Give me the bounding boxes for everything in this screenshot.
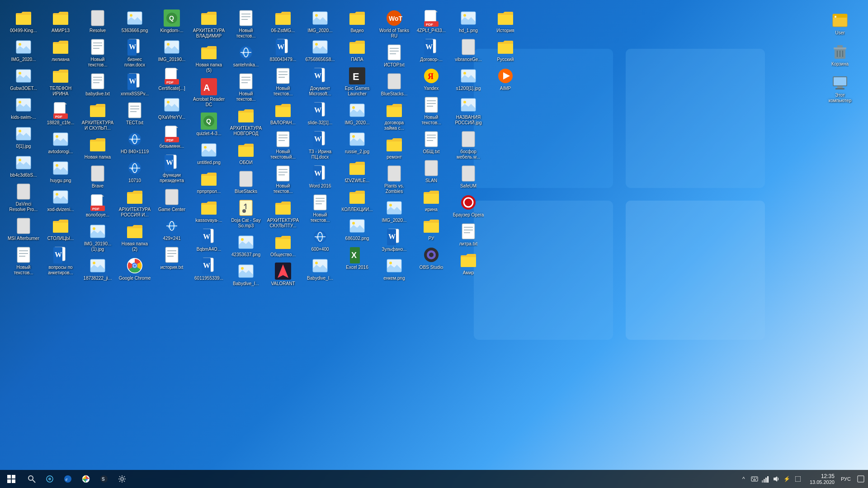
desktop-icon-amir[interactable]: Амир <box>450 249 486 277</box>
desktop-icon-istoriya[interactable]: История <box>487 7 524 35</box>
desktop-icon-aimp[interactable]: AIMP <box>487 65 524 93</box>
desktop-icon-830043479[interactable]: W830043479... <box>265 36 301 64</box>
desktop-icon-06-zstmg[interactable]: 06-ZstMG... <box>265 7 301 35</box>
desktop-icon-novyy-txt9[interactable]: Новый текстов... <box>413 94 449 127</box>
taskbar-notification[interactable] <box>854 470 868 488</box>
taskbar-cortana[interactable] <box>41 470 59 488</box>
tray-battery[interactable]: ⚡ <box>783 474 792 483</box>
desktop-icon-novyy-txt5[interactable]: Новый текстов... <box>265 65 301 99</box>
desktop-icon-bqbma4o[interactable]: WBqbmA4O... <box>191 226 227 254</box>
desktop-icon-67568656[interactable]: 67568656S8... <box>302 36 338 64</box>
desktop-icon-brave[interactable]: Brave <box>80 163 116 191</box>
desktop-icon-hd840[interactable]: eHD 840×1119 <box>117 128 153 156</box>
desktop-icon-prpr[interactable]: прпрпрол... <box>191 168 227 196</box>
desktop-icon-qxavheyv[interactable]: QXaVHeYV... <box>154 94 190 122</box>
desktop-icon-arhit-russia[interactable]: АРХИТЕКТУРА РОССИЯ И... <box>117 186 153 220</box>
desktop-icon-santehnika[interactable]: esantehnika... <box>228 42 264 70</box>
desktop-icon-remont[interactable]: ремонт <box>376 134 412 162</box>
desktop-icon-bezymyann[interactable]: PDFбезымянн... <box>154 123 190 151</box>
desktop-icon-russkiy[interactable]: Русский <box>487 36 524 64</box>
taskbar-settings[interactable] <box>113 470 131 488</box>
desktop-icon-10710[interactable]: e10710 <box>117 157 153 185</box>
desktop-icon-acrobat-dc[interactable]: AAcrobat Reader DC <box>191 76 227 109</box>
desktop-icon-avtodorog[interactable]: avtodorogi... <box>42 128 79 156</box>
taskbar-ie[interactable]: e <box>59 470 77 488</box>
tray-show-desktop[interactable] <box>793 474 802 483</box>
desktop-icon-hd1-png[interactable]: hd_1.png <box>450 7 486 35</box>
icon-recycle-bin[interactable]: Корзина <box>822 41 858 69</box>
taskbar-clock[interactable]: 12:35 13.05.2020 <box>806 473 838 485</box>
desktop-icon-vibrancege[interactable]: vibranceGe... <box>450 36 486 64</box>
desktop-icon-plants-zombies[interactable]: Plants vs. Zombies <box>376 163 412 196</box>
tray-volume[interactable] <box>772 474 781 483</box>
desktop-icon-s1200_1[interactable]: s1200[1].jpg <box>450 65 486 93</box>
desktop-icon-img2020_3[interactable]: IMG_2020... <box>339 99 375 127</box>
start-button[interactable] <box>0 470 23 488</box>
desktop-icon-voloboy[interactable]: PDFволобоye... <box>80 192 116 220</box>
desktop-icon-fzvzwrle[interactable]: fZVZWfLE... <box>339 157 375 185</box>
desktop-icon-bluestacks2[interactable]: BlueStacks... <box>376 70 412 99</box>
desktop-icon-babydive-img2[interactable]: Babydive_I... <box>302 255 338 283</box>
desktop-icon-davinci[interactable]: DaVinci Resolve Pro... <box>5 181 42 214</box>
desktop-icon-novyy-txt4[interactable]: Новый текстов... <box>228 70 264 104</box>
desktop-icon-img18738[interactable]: 18738222_ji... <box>80 255 116 283</box>
desktop-icon-untitled-png[interactable]: untitled.png <box>191 139 227 167</box>
desktop-icon-babydive-img[interactable]: Babydive_I... <box>228 260 264 288</box>
desktop-icon-obshestvo[interactable]: Общество... <box>265 231 301 259</box>
taskbar-steam[interactable]: S <box>95 470 113 488</box>
desktop-icon-zulfano[interactable]: WЗульфано... <box>376 226 412 254</box>
desktop-icon-img2019_2[interactable]: IMG_20190... <box>154 36 190 64</box>
desktop-icon-novyy-txt7[interactable]: Новый текстов... <box>265 163 301 196</box>
desktop-icon-novyy-txt2[interactable]: Новый текстов... <box>80 36 116 70</box>
desktop-icon-quizlet[interactable]: Qquizlet-4-3... <box>191 110 227 138</box>
desktop-icon-enkem-png[interactable]: енкем.png <box>376 255 412 283</box>
desktop-icon-xod-dvizen[interactable]: xod-dvizeni... <box>42 186 79 214</box>
tray-keyboard[interactable] <box>750 474 759 483</box>
desktop-icon-resolve[interactable]: Resolve <box>80 7 116 35</box>
desktop-icon-kids-swim[interactable]: kids-swim-... <box>5 94 42 122</box>
desktop-icon-novaya-papka5[interactable]: Новая папка (5) <box>191 42 227 75</box>
taskbar-chrome[interactable] <box>77 470 95 488</box>
tray-network[interactable] <box>761 474 770 483</box>
desktop-icon-img2019_1[interactable]: IMG_20190...(1).jpg <box>80 221 116 254</box>
icon-user[interactable]: User <box>822 9 858 38</box>
desktop-icon-obs-studio[interactable]: OBS Studio <box>413 244 449 272</box>
desktop-icon-novyy-txt3[interactable]: Новый текстов... <box>228 7 264 41</box>
desktop-icon-ru[interactable]: РУ <box>413 215 449 243</box>
desktop-icon-gubw3oet[interactable]: Gubw3OET... <box>5 65 42 93</box>
desktop-icon-litra-txt[interactable]: литра.txt <box>450 221 486 249</box>
desktop-icon-t3-irina[interactable]: WТ3 - Ирина ПЦ.docx <box>302 128 338 162</box>
desktop-icon-img2020_4[interactable]: IMG_2020... <box>376 197 412 225</box>
desktop-icon-429x241[interactable]: e429×241 <box>154 215 190 243</box>
desktop-icon-epic-games[interactable]: EEpic Games Launcher <box>339 65 375 99</box>
desktop-icon-xnmx8sspv[interactable]: Wxnmx8SSPv... <box>117 70 153 99</box>
desktop-icon-5363666[interactable]: 5363666.png <box>117 7 153 35</box>
desktop-icon-obsh-txt[interactable]: ОБЩ.txt <box>413 128 449 156</box>
desktop-icon-novaya-papka1[interactable]: Новая папка <box>80 134 116 162</box>
desktop-icon-arhit-skulpt2[interactable]: АРХИТЕКТУРА СКУЛЬПТУ... <box>265 197 301 230</box>
desktop-icon-game-center[interactable]: Game Center <box>154 186 190 214</box>
desktop-icon-voprosy-po[interactable]: Wвопросы по анкетиров... <box>42 244 79 277</box>
desktop-icon-nazvanya[interactable]: НАЗВАНИЯ РОССИЙ.jpg <box>450 94 486 127</box>
desktop-icon-huygu[interactable]: huygu.png <box>42 157 79 185</box>
desktop-icon-stolitsy[interactable]: СТОЛИЦЫ... <box>42 215 79 243</box>
desktop-icon-00499[interactable]: 00499-King... <box>5 7 42 35</box>
desktop-icon-istor-txt[interactable]: ИСТОР.txt <box>376 42 412 70</box>
desktop-icon-video[interactable]: Видео <box>339 7 375 35</box>
desktop-icon-google-chrome[interactable]: Google Chrome <box>117 255 153 283</box>
desktop-icon-novyy-txt1[interactable]: Новый текстов... <box>5 244 42 277</box>
desktop-icon-novyy-txt6[interactable]: Новый текстовый... <box>265 128 301 162</box>
desktop-icon-doja-cat[interactable]: Doja Cat - Say So.mp3 <box>228 197 264 230</box>
desktop-icon-telefon-irina[interactable]: ТЕЛЕФОН ИРИНА <box>42 65 79 99</box>
desktop-icon-arhit-vladimir[interactable]: АРХИТЕКТУРА ВЛАДИМИР <box>191 7 227 41</box>
desktop-icon-word2016[interactable]: WWord 2016 <box>302 163 338 191</box>
desktop-icon-liliana[interactable]: лилиана <box>42 36 79 64</box>
desktop-icon-opera[interactable]: Браузер Opera <box>450 192 486 220</box>
desktop-icon-slide-32[interactable]: Wslide-32[1]... <box>302 99 338 127</box>
desktop-icon-valoport[interactable]: ВАЛОРАН... <box>265 99 301 127</box>
desktop-icon-funktsii[interactable]: Wфункции президента <box>154 152 190 185</box>
desktop-icon-kingdom[interactable]: QKingdom-... <box>154 7 190 35</box>
tray-chevron[interactable]: ^ <box>739 474 748 483</box>
desktop-icon-novyy-txt8[interactable]: Новый текстов... <box>302 192 338 225</box>
desktop-icon-bosforus[interactable]: босфор мебель.w... <box>450 128 486 162</box>
